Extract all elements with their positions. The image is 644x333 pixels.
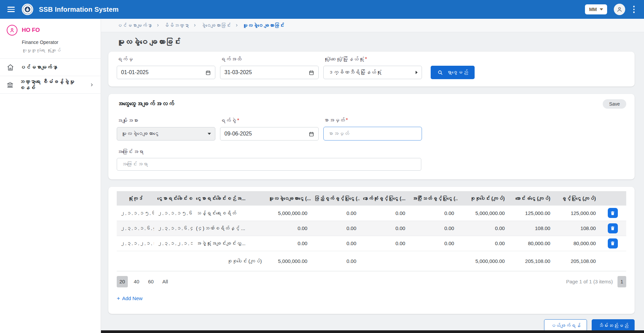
footer-approved: 205,108.00 (554, 251, 599, 271)
delete-row-button[interactable] (608, 223, 618, 233)
required-asterisk: * (237, 118, 239, 123)
calendar-icon[interactable] (309, 131, 314, 137)
delete-row-button[interactable] (608, 208, 618, 218)
cell-last-approved: 0.00 (360, 221, 409, 236)
type-select[interactable]: မူလခွဲဝေချထားငွေ (117, 127, 215, 141)
cell-final-approved: 0.00 (409, 221, 458, 236)
date-label: ရက်စွဲ* (220, 118, 319, 124)
search-button[interactable]: ရှာဖွေမည် (431, 66, 475, 79)
letter-no-input[interactable] (323, 127, 422, 141)
menu-icon[interactable] (6, 5, 16, 13)
description-field: အကြောင်းအရာ (117, 149, 626, 171)
sidebar-item-finance[interactable]: ဘဏ္ဍာရေး စီမံခန့်ခွဲမှုစနစ် (0, 76, 101, 93)
date-to-label: ရက်အထိ (220, 56, 319, 62)
cell-total: 5,000,000.00 (458, 206, 508, 221)
date-to-input[interactable]: 31-03-2025 (220, 66, 319, 79)
cell-total: 0.00 (458, 236, 508, 251)
cell-supplementary: 0.00 (311, 236, 360, 251)
bottom-strip (101, 330, 644, 333)
cell-approved: 125,000.00 (554, 206, 599, 221)
header-total[interactable]: စုစုပေါင်း (ကျပ်) (458, 191, 508, 206)
cell-actions (599, 206, 626, 221)
language-label: MM (589, 7, 597, 12)
table-row[interactable]: ၂.၃.၁.၂.၁.၁ ၂.၃.၁.၂.၁.၁ အဖွဲ့ရုံးအချင်းခ… (117, 236, 626, 251)
user-name: HO FO (22, 27, 40, 34)
calendar-icon[interactable] (205, 70, 211, 75)
footer-actions: ပယ်ဖျက်ရန် သိမ်းဆည်းမည် (101, 319, 635, 331)
letter-no-field: စာအမှတ်* (323, 117, 422, 141)
sidebar-item-label: ဘဏ္ဍာရေး စီမံခန့်ခွဲမှုစနစ် (19, 79, 84, 91)
cell-requested: 80,000.00 (508, 236, 554, 251)
record-date-input[interactable]: 09-06-2025 (220, 127, 319, 141)
date-from-field: ရက်မှ 01-01-2025 (117, 56, 215, 79)
add-new-label: Add New (122, 295, 143, 301)
pagination-info: Page 1 of 1 (3 items) (566, 279, 613, 284)
page-size-20[interactable]: 20 (117, 276, 128, 287)
office-select[interactable]: ဒက္ခိဏသီရိမြို့နယ်ရုံး (323, 66, 422, 79)
chevron-right-icon (90, 82, 94, 87)
required-asterisk: * (346, 117, 348, 123)
header-final-approved-amount[interactable]: အပြီးသတ်ခွင့်ပြုငွေ (... (409, 191, 458, 206)
header-account-name[interactable]: ငွေစာရင်းခေါင်းစဉ်အ... (193, 191, 265, 206)
office-label-text: ရုံး/ဆေးရုံ/မြို့နယ်ရုံး (323, 56, 364, 62)
office-label: ရုံး/ဆေးရုံ/မြို့နယ်ရုံး* (323, 56, 422, 62)
cell-approved: 108.00 (554, 221, 599, 236)
overflow-menu-icon[interactable] (632, 4, 636, 14)
submit-button[interactable]: သိမ်းဆည်းမည် (592, 319, 635, 331)
breadcrumb-item-home[interactable]: ပင်မစာမျက်နှာ (117, 22, 152, 28)
chevron-down-icon (208, 133, 211, 135)
account-button[interactable] (614, 4, 625, 15)
sidebar-item-label: ပင်မစာမျက်နှာ (20, 64, 57, 70)
sidebar-item-home[interactable]: ပင်မစာမျက်နှာ (0, 59, 101, 76)
date-field: ရက်စွဲ* 09-06-2025 (220, 118, 319, 141)
header-account-code[interactable]: ငွေစာရင်းခေါင်းစဉ်အ... (154, 191, 193, 206)
user-block: HO FO Finance Operator လူမှုဖူလုံရေး ရုံ… (0, 19, 101, 58)
header-supplementary-amount[interactable]: ဖြည့်စွက်ခွင့်ပြုငွေ (... (311, 191, 360, 206)
cell-office-code: ၂.၃.၁.၁.၆.၄ (117, 221, 154, 236)
page-size-40[interactable]: 40 (131, 276, 142, 287)
cell-requested: 108.00 (508, 221, 554, 236)
search-icon (437, 70, 443, 75)
page-size-all[interactable]: All (160, 276, 171, 287)
cell-original: 0.00 (265, 236, 311, 251)
header-original-amount[interactable]: မူလခွဲဝေချထားငွေ (... (265, 191, 311, 206)
cell-original: 5,000,000.00 (265, 206, 311, 221)
table-row[interactable]: ၂.၃.၁.၁.၆.၄ ၂.၃.၁.၁.၆.၄ (၄)ဘဏ်စရိတ်နှင့်… (117, 221, 626, 236)
footer-empty (599, 251, 626, 271)
chevron-right-icon (193, 23, 197, 27)
date-from-input[interactable]: 01-01-2025 (117, 66, 215, 79)
user-organization: လူမှုဖူလုံရေး ရုံးချုပ် (22, 48, 94, 53)
home-icon (7, 64, 14, 71)
header-requested[interactable]: တောင်းခံငွေ (ကျပ်) (508, 191, 554, 206)
header-approved[interactable]: ခွင့်ပြုငွေ (ကျပ်) (554, 191, 599, 206)
cancel-button[interactable]: ပယ်ဖျက်ရန် (544, 319, 587, 331)
page-number-1[interactable]: 1 (618, 276, 626, 287)
app-logo (21, 3, 34, 15)
description-input[interactable] (117, 158, 421, 171)
add-new-link[interactable]: + Add New (117, 295, 143, 301)
cell-account-name: သန့်ရှင်းရေးစရိတ် (193, 206, 265, 221)
footer-empty (154, 251, 193, 271)
chevron-right-icon (235, 23, 238, 27)
calendar-icon[interactable] (309, 70, 314, 75)
save-button[interactable]: Save (603, 99, 626, 109)
type-label: အမျိုးအစား (117, 118, 215, 124)
page-size-60[interactable]: 60 (145, 276, 156, 287)
breadcrumb-item-allocation[interactable]: ခွဲဝေချထားခြင်း (201, 22, 231, 28)
header-office-code[interactable]: ရုံးကုဒ် (117, 191, 154, 206)
table-row[interactable]: ၂.၁.၁.၁၅.၆.၉ ၂.၁.၁.၁၅.၆.၉ သန့်ရှင်းရေးစရ… (117, 206, 626, 221)
cell-original: 0.00 (265, 221, 311, 236)
breadcrumb-item-my-budget[interactable]: မိမိဘဏ္ဍာ (164, 22, 189, 28)
language-selector[interactable]: MM (585, 4, 607, 14)
cell-actions (599, 236, 626, 251)
delete-row-button[interactable] (608, 238, 618, 248)
header-last-approved-amount[interactable]: နောက်ဆုံးခွင့်ပြုငွေ (... (360, 191, 409, 206)
allocation-table-card: ရုံးကုဒ် ငွေစာရင်းခေါင်းစဉ်အ... ငွေစာရင်… (108, 187, 635, 314)
date-to-field: ရက်အထိ 31-03-2025 (220, 56, 319, 79)
pagination: 20 40 60 All Page 1 of 1 (3 items) 1 (117, 276, 626, 287)
table-total-row: စုစုပေါင်း (ကျပ်) 5,000,000.00 0.00 5,00… (117, 251, 626, 271)
cell-account-name: အဖွဲ့ရုံးအချင်းချင်းလွှ... (193, 236, 265, 251)
footer-total: 5,000,000.00 (458, 251, 508, 271)
cell-approved: 80,000.00 (554, 236, 599, 251)
search-button-label: ရှာဖွေမည် (446, 69, 468, 75)
